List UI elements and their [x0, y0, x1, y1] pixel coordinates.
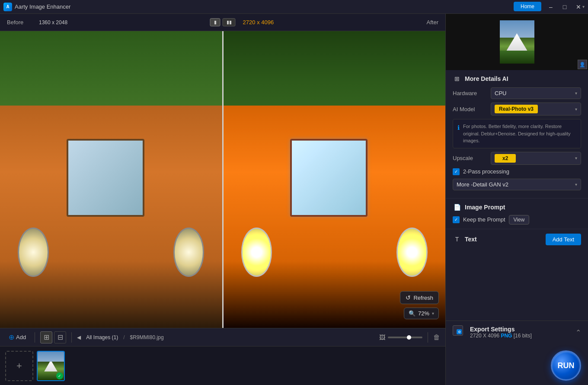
keep-prompt-label: Keep the Prompt: [463, 216, 505, 223]
text-title: Text: [465, 236, 477, 243]
mountain-peak: [44, 360, 58, 371]
export-bits: [16 bits]: [514, 333, 532, 339]
app-title: Aarty Image Enhancer: [15, 3, 581, 10]
ai-model-dropdown[interactable]: Real-Photo v3 ▾: [491, 103, 581, 116]
app-logo: A: [3, 3, 12, 11]
add-button[interactable]: ⊕ Add: [5, 331, 29, 343]
twopass-checkbox[interactable]: ✓: [453, 168, 460, 175]
filmstrip-item-1[interactable]: ✓: [37, 351, 65, 381]
after-train-bg: [224, 31, 446, 328]
upscale-dropdown[interactable]: x2 ▾: [491, 152, 581, 165]
sky: [38, 352, 64, 362]
keep-prompt-checkbox[interactable]: ✓: [453, 216, 460, 223]
export-icon-box: ⚙: [453, 325, 463, 336]
delete-button[interactable]: 🗑: [433, 334, 440, 341]
submodel-dropdown[interactable]: More -Detail GAN v2 ▾: [453, 179, 581, 190]
before-train-bg: [0, 31, 222, 328]
single-view-toggle[interactable]: ▮: [210, 18, 220, 26]
export-icon: ⚙: [453, 325, 467, 339]
minimize-button[interactable]: –: [545, 2, 557, 12]
hardware-label: Hardware: [453, 90, 487, 96]
text-icon: T: [453, 235, 461, 244]
image-display[interactable]: ↺ Refresh 🔍 72% ▾: [0, 31, 445, 328]
grid-view-buttons: ⊞ ⊟: [40, 331, 66, 343]
maximize-button[interactable]: □: [559, 2, 571, 12]
main-container: Before 1360 x 2048 ▮ ▮▮ 2720 x 4096 Afte…: [0, 14, 588, 385]
model-chevron-icon: ▾: [575, 107, 577, 112]
train-headlight-right: [173, 228, 205, 276]
panel-preview: 👤: [446, 14, 588, 70]
right-panel: 👤 ⊞ More Details AI Hardware CPU ▾ AI Mo…: [445, 14, 588, 385]
image-prompt-section: 📄 Image Prompt ✓ Keep the Prompt View: [446, 199, 588, 229]
info-icon: ℹ: [457, 123, 460, 132]
home-nav[interactable]: Home: [514, 2, 545, 11]
refresh-label: Refresh: [413, 295, 433, 301]
export-sub: 2720 X 4096 PNG [16 bits]: [470, 333, 532, 339]
after-headlight-left: [241, 228, 272, 276]
toolbar-separator-3: [428, 332, 428, 343]
add-label: Add: [16, 334, 26, 340]
single-view-icon: ▮: [214, 19, 217, 25]
section-header: ⊞ More Details AI: [453, 74, 581, 83]
view-button[interactable]: View: [509, 215, 530, 225]
viewer-area: Before 1360 x 2048 ▮ ▮▮ 2720 x 4096 Afte…: [0, 14, 445, 385]
hardware-value: CPU: [495, 90, 506, 96]
add-text-button[interactable]: Add Text: [546, 234, 581, 245]
export-left: ⚙ Export Settings 2720 X 4096 PNG [16 bi…: [453, 325, 532, 339]
split-view-toggle[interactable]: ▮▮: [223, 18, 236, 26]
export-collapse-icon[interactable]: ⌃: [575, 328, 581, 337]
close-button[interactable]: ✕: [572, 2, 585, 12]
zoom-handle[interactable]: [407, 335, 411, 340]
filmstrip: + ✓: [0, 346, 445, 385]
zoom-bar[interactable]: 🔍 72% ▾: [404, 308, 439, 319]
train-body-bg: [0, 106, 222, 328]
split-view: [0, 31, 445, 328]
upscale-chevron-icon: ▾: [575, 156, 577, 160]
grid-view-btn-2[interactable]: ⊟: [54, 331, 66, 343]
hardware-dropdown[interactable]: CPU ▾: [491, 87, 581, 99]
refresh-overlay[interactable]: ↺ Refresh: [400, 291, 439, 304]
preview-image: [500, 20, 534, 64]
upscale-label: Upscale: [453, 155, 487, 161]
filmstrip-plus-icon: +: [16, 360, 22, 372]
image-icon: 🖼: [379, 334, 385, 341]
twopass-label: 2-Pass processing: [463, 168, 509, 175]
view-toggle-group: ▮ ▮▮: [210, 18, 236, 26]
section-title: More Details AI: [465, 75, 508, 82]
zoom-slider[interactable]: [388, 337, 422, 338]
grid-view-btn-1[interactable]: ⊞: [40, 331, 52, 343]
ai-model-label: AI Model: [453, 106, 487, 112]
toolbar-separator-1: [35, 332, 35, 343]
after-image: [224, 31, 446, 328]
zoom-dropdown-icon[interactable]: ▾: [432, 311, 434, 316]
split-view-icon: ▮▮: [227, 19, 232, 25]
dimension-label: 1360 x 2048: [39, 19, 67, 26]
details-icon: ⊞: [453, 74, 461, 83]
home-button[interactable]: Home: [514, 2, 541, 11]
submodel-value: More -Detail GAN v2: [457, 181, 508, 188]
train-window: [67, 139, 144, 217]
nav-arrows[interactable]: ◀: [77, 334, 81, 340]
more-details-section: ⊞ More Details AI Hardware CPU ▾ AI Mode…: [446, 70, 588, 199]
run-button[interactable]: RUN: [551, 350, 581, 381]
image-prompt-icon: 📄: [453, 203, 461, 212]
toolbar-separator-2: [71, 332, 72, 343]
window-controls: – □ ✕: [545, 2, 585, 12]
export-settings-icon: ⚙: [457, 329, 462, 334]
after-resolution-label: 2720 x 4096: [243, 19, 274, 26]
viewer-topbar: Before 1360 x 2048 ▮ ▮▮ 2720 x 4096 Afte…: [0, 14, 445, 31]
after-headlight-right: [396, 228, 428, 276]
upscale-badge: x2: [495, 154, 516, 163]
text-section: T Text Add Text: [446, 229, 588, 250]
submodel-chevron-icon: ▾: [575, 182, 577, 187]
export-text: Export Settings 2720 X 4096 PNG [16 bits…: [470, 326, 532, 339]
twopass-row: ✓ 2-Pass processing: [453, 168, 581, 175]
export-section: ⚙ Export Settings 2720 X 4096 PNG [16 bi…: [446, 321, 588, 346]
export-resolution: 2720 X 4096: [470, 333, 499, 339]
filmstrip-add-tile[interactable]: +: [5, 351, 33, 381]
zoom-slider-wrap[interactable]: 🖼: [379, 334, 422, 341]
panel-avatar: 👤: [578, 60, 587, 69]
before-label: Before: [7, 19, 23, 26]
left-arrow-icon[interactable]: ◀: [77, 334, 81, 340]
ai-model-row: AI Model Real-Photo v3 ▾: [453, 103, 581, 116]
